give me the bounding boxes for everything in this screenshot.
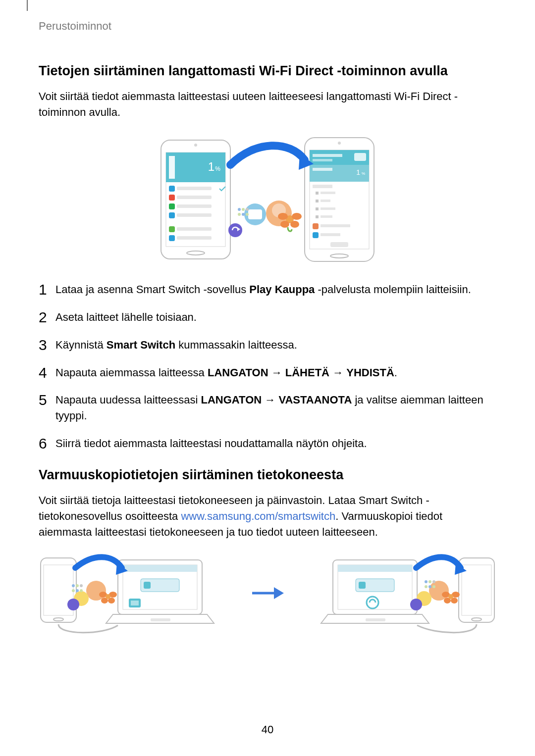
- svg-point-110: [425, 580, 428, 583]
- svg-rect-30: [316, 192, 319, 195]
- svg-rect-39: [321, 224, 350, 227]
- svg-rect-68: [123, 565, 197, 572]
- step-number: 5: [39, 389, 47, 411]
- svg-point-82: [67, 599, 79, 610]
- svg-rect-35: [321, 207, 335, 210]
- step-text: Napauta uudessa laitteessasi: [55, 394, 201, 406]
- illustration-phones: 1 % 1 %: [39, 135, 496, 264]
- svg-point-115: [432, 585, 435, 588]
- step-number: 1: [39, 279, 47, 301]
- svg-rect-38: [313, 223, 319, 229]
- step-text: Napauta aiemmassa laitteessa: [55, 366, 208, 379]
- step-text: Lataa ja asenna Smart Switch -sovellus: [55, 283, 249, 296]
- svg-rect-12: [177, 196, 212, 199]
- svg-point-109: [410, 599, 422, 610]
- step-text: -palvelusta molempiin laitteisiin.: [315, 283, 471, 296]
- svg-rect-14: [177, 213, 212, 217]
- step-3: 3 Käynnistä Smart Switch kummassakin lai…: [39, 337, 496, 353]
- step-text: .: [394, 366, 397, 379]
- svg-point-44: [338, 142, 341, 145]
- svg-point-85: [80, 584, 83, 587]
- page-number: 40: [0, 723, 535, 736]
- svg-rect-73: [151, 618, 170, 621]
- steps-list: 1 Lataa ja asenna Smart Switch -sovellus…: [39, 282, 496, 452]
- svg-rect-97: [366, 618, 385, 621]
- connect-bold: YHDISTÄ: [346, 366, 394, 379]
- arrow: →: [262, 394, 278, 406]
- svg-rect-99: [462, 565, 491, 615]
- svg-rect-72: [131, 601, 139, 605]
- svg-point-61: [228, 223, 242, 237]
- svg-rect-95: [359, 582, 366, 589]
- svg-rect-37: [321, 215, 332, 218]
- receive-bold: VASTAANOTA: [278, 394, 352, 406]
- arrow: →: [329, 366, 346, 379]
- svg-point-53: [280, 221, 289, 228]
- svg-rect-3: [169, 156, 175, 179]
- svg-rect-70: [144, 582, 151, 589]
- laptop-left-diagram: [39, 551, 217, 635]
- step-5: 5 Napauta uudessa laitteessasi LANGATON …: [39, 392, 496, 424]
- svg-rect-23: [313, 159, 332, 161]
- intro-paragraph: Voit siirtää tiedot aiemmasta laitteesta…: [39, 89, 496, 120]
- svg-rect-15: [177, 227, 212, 231]
- svg-point-80: [106, 594, 110, 599]
- svg-rect-8: [169, 212, 175, 218]
- svg-point-59: [242, 213, 245, 216]
- svg-rect-31: [321, 192, 335, 194]
- step-text: kummassakin laitteessa.: [175, 339, 297, 351]
- svg-text:%: %: [362, 171, 365, 176]
- page: Perustoiminnot Tietojen siirtäminen lang…: [0, 0, 535, 756]
- svg-rect-13: [177, 204, 212, 208]
- arrow: →: [268, 366, 285, 379]
- step-6: 6 Siirrä tiedot aiemmasta laitteestasi n…: [39, 436, 496, 452]
- svg-point-52: [292, 213, 302, 220]
- svg-point-58: [238, 213, 241, 216]
- step-text: Siirrä tiedot aiemmasta laitteestasi nou…: [55, 437, 367, 450]
- step-1: 1 Lataa ja asenna Smart Switch -sovellus…: [39, 282, 496, 298]
- svg-rect-11: [177, 187, 212, 190]
- svg-point-83: [72, 584, 75, 587]
- phones-diagram: 1 % 1 %: [156, 135, 379, 264]
- svg-point-84: [76, 584, 79, 587]
- svg-point-55: [238, 208, 241, 211]
- smart-switch-bold: Smart Switch: [107, 339, 175, 351]
- smartswitch-link[interactable]: www.samsung.com/smartswitch: [181, 510, 335, 522]
- svg-point-51: [278, 213, 288, 220]
- svg-point-54: [290, 221, 299, 228]
- send-bold: LÄHETÄ: [285, 366, 329, 379]
- svg-rect-5: [169, 186, 175, 192]
- svg-rect-16: [177, 236, 212, 240]
- svg-rect-24: [354, 153, 366, 161]
- svg-text:%: %: [215, 165, 220, 172]
- svg-rect-28: [313, 168, 332, 171]
- svg-text:1: 1: [356, 168, 360, 176]
- svg-rect-41: [321, 233, 340, 236]
- wireless-bold: LANGATON: [208, 366, 268, 379]
- svg-point-60: [246, 213, 249, 216]
- svg-point-113: [425, 585, 428, 588]
- play-store-bold: Play Kauppa: [249, 283, 315, 296]
- svg-rect-33: [321, 200, 330, 202]
- step-number: 3: [39, 334, 47, 356]
- svg-rect-34: [316, 207, 319, 210]
- svg-point-56: [242, 208, 245, 211]
- step-text: Käynnistä: [55, 339, 107, 351]
- svg-rect-36: [316, 215, 319, 218]
- svg-point-114: [428, 585, 431, 588]
- svg-marker-90: [274, 587, 284, 599]
- step-number: 2: [39, 306, 47, 328]
- step-number: 4: [39, 362, 47, 384]
- svg-rect-7: [169, 203, 175, 209]
- svg-rect-10: [169, 235, 175, 241]
- heading-backup-pc: Varmuuskopiotietojen siirtäminen tietoko…: [39, 466, 496, 484]
- svg-point-107: [448, 594, 453, 599]
- top-rule: [27, 0, 28, 11]
- step-text: Aseta laitteet lähelle toisiaan.: [55, 311, 197, 323]
- svg-rect-6: [169, 195, 175, 201]
- svg-point-88: [80, 589, 83, 592]
- backup-paragraph: Voit siirtää tietoja laitteestasi tietok…: [39, 493, 496, 540]
- svg-point-111: [428, 580, 431, 583]
- svg-rect-93: [338, 565, 412, 572]
- svg-point-112: [432, 580, 435, 583]
